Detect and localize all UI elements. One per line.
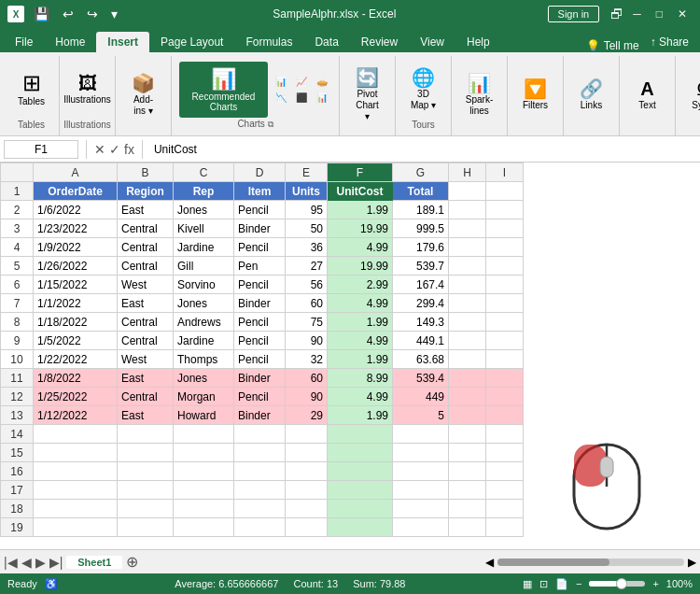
maximize-btn[interactable]: □ [651, 6, 668, 22]
cell-a6[interactable]: 1/15/2022 [34, 276, 118, 294]
cell-c13[interactable]: Howard [174, 406, 234, 425]
cell-f3[interactable]: 19.99 [328, 219, 393, 238]
cell-b9[interactable]: Central [118, 332, 174, 350]
pie-chart-btn[interactable]: 🥧 [313, 75, 331, 89]
tab-home[interactable]: Home [44, 32, 96, 52]
cell-f19[interactable] [328, 518, 393, 537]
cell-f1[interactable]: UnitCost [328, 182, 393, 201]
cell-h18[interactable] [449, 500, 486, 518]
cell-b18[interactable] [118, 500, 174, 518]
cell-c16[interactable] [174, 462, 234, 481]
cell-a2[interactable]: 1/6/2022 [34, 201, 118, 219]
cell-h19[interactable] [449, 518, 486, 537]
cell-c11[interactable]: Jones [174, 369, 234, 388]
cell-e18[interactable] [286, 500, 328, 518]
cell-c19[interactable] [174, 518, 234, 537]
col-header-a[interactable]: A [34, 163, 118, 182]
cell-g1[interactable]: Total [393, 182, 449, 201]
text-btn[interactable]: A Text [629, 76, 666, 115]
cell-a4[interactable]: 1/9/2022 [34, 238, 118, 257]
cell-c7[interactable]: Jones [174, 294, 234, 313]
share-btn[interactable]: ↑ Share [643, 32, 696, 52]
cell-g11[interactable]: 539.4 [393, 369, 449, 388]
tables-btn[interactable]: ⊞ Tables [12, 68, 50, 111]
cell-h11[interactable] [449, 369, 486, 388]
tell-me-box[interactable]: 💡Tell me [586, 39, 639, 52]
cell-f16[interactable] [328, 462, 393, 481]
cell-c14[interactable] [174, 425, 234, 444]
cell-i6[interactable] [486, 276, 524, 294]
scroll-last-btn[interactable]: ▶| [49, 555, 63, 570]
cell-g18[interactable] [393, 500, 449, 518]
cell-f11[interactable]: 8.99 [328, 369, 393, 388]
name-box[interactable] [4, 140, 78, 159]
cell-d17[interactable] [234, 481, 286, 500]
cell-d2[interactable]: Pencil [234, 201, 286, 219]
cell-d3[interactable]: Binder [234, 219, 286, 238]
cell-h14[interactable] [449, 425, 486, 444]
cell-g5[interactable]: 539.7 [393, 257, 449, 276]
cell-d19[interactable] [234, 518, 286, 537]
sparklines-btn[interactable]: 📊 Spark-lines [460, 70, 498, 120]
cell-i12[interactable] [486, 388, 524, 406]
cell-b19[interactable] [118, 518, 174, 537]
col-header-e[interactable]: E [286, 163, 328, 182]
cell-d12[interactable]: Pencil [234, 388, 286, 406]
cell-i15[interactable] [486, 444, 524, 462]
cell-g3[interactable]: 999.5 [393, 219, 449, 238]
cell-i10[interactable] [486, 350, 524, 369]
cell-c12[interactable]: Morgan [174, 388, 234, 406]
cell-b12[interactable]: Central [118, 388, 174, 406]
cell-h7[interactable] [449, 294, 486, 313]
cell-h10[interactable] [449, 350, 486, 369]
cell-a10[interactable]: 1/22/2022 [34, 350, 118, 369]
cell-d10[interactable]: Pencil [234, 350, 286, 369]
cell-b13[interactable]: East [118, 406, 174, 425]
cell-f6[interactable]: 2.99 [328, 276, 393, 294]
cell-g16[interactable] [393, 462, 449, 481]
cell-f18[interactable] [328, 500, 393, 518]
cell-b11[interactable]: East [118, 369, 174, 388]
cell-e5[interactable]: 27 [286, 257, 328, 276]
links-btn[interactable]: 🔗 Links [573, 76, 610, 115]
illustrations-btn[interactable]: 🖼 Illustrations [58, 70, 117, 109]
cell-g14[interactable] [393, 425, 449, 444]
cell-b4[interactable]: Central [118, 238, 174, 257]
cell-i19[interactable] [486, 518, 524, 537]
col-header-i[interactable]: I [486, 163, 524, 182]
sheet-tab-sheet1[interactable]: Sheet1 [66, 556, 122, 569]
cell-h2[interactable] [449, 201, 486, 219]
col-header-c[interactable]: C [174, 163, 234, 182]
tab-formulas[interactable]: Formulas [234, 32, 303, 52]
cell-e8[interactable]: 75 [286, 313, 328, 332]
cell-e17[interactable] [286, 481, 328, 500]
redo-btn[interactable]: ↪ [83, 5, 102, 23]
cell-e2[interactable]: 95 [286, 201, 328, 219]
cell-h17[interactable] [449, 481, 486, 500]
cell-b10[interactable]: West [118, 350, 174, 369]
cell-b7[interactable]: East [118, 294, 174, 313]
cell-g4[interactable]: 179.6 [393, 238, 449, 257]
cell-e7[interactable]: 60 [286, 294, 328, 313]
restore-btn[interactable]: 🗗 [610, 7, 623, 21]
scroll-h-right-btn[interactable]: ▶ [688, 556, 696, 569]
filters-btn[interactable]: 🔽 Filters [517, 76, 554, 115]
cell-a8[interactable]: 1/18/2022 [34, 313, 118, 332]
cell-d13[interactable]: Binder [234, 406, 286, 425]
cell-d1[interactable]: Item [234, 182, 286, 201]
pagelayout-view-btn[interactable]: 📄 [555, 578, 568, 590]
cell-g8[interactable]: 149.3 [393, 313, 449, 332]
cell-d7[interactable]: Binder [234, 294, 286, 313]
cell-g17[interactable] [393, 481, 449, 500]
scroll-next-btn[interactable]: ▶ [35, 555, 46, 570]
horizontal-scrollbar[interactable] [497, 559, 684, 566]
cell-f13[interactable]: 1.99 [328, 406, 393, 425]
cell-a17[interactable] [34, 481, 118, 500]
cell-h6[interactable] [449, 276, 486, 294]
close-btn[interactable]: ✕ [672, 6, 693, 22]
cell-f14[interactable] [328, 425, 393, 444]
addins-btn[interactable]: 📦 Add-ins ▾ [125, 70, 162, 120]
col-header-h[interactable]: H [449, 163, 486, 182]
area-chart-btn[interactable]: 📉 [272, 91, 290, 105]
cell-g13[interactable]: 5 [393, 406, 449, 425]
